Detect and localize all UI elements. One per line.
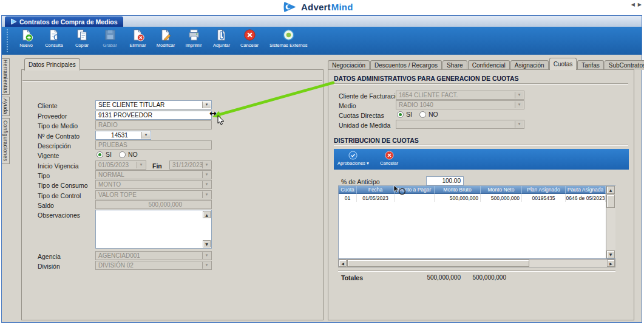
inicio-vigencia-label: Inicio Vigencia — [38, 162, 79, 170]
tab-scroll-left-icon[interactable]: ◀ — [631, 2, 635, 7]
advertmind-logo-icon — [282, 1, 298, 13]
observaciones-scroll-up-icon[interactable]: ▲ — [203, 211, 211, 218]
observaciones-scroll-down-icon[interactable]: ▼ — [203, 240, 211, 247]
contrato-combobox[interactable]: 14531 ▾ — [95, 131, 151, 140]
grid-header-row: Cuota Fecha Monto a Pagar Monto Bruto Mo… — [339, 186, 606, 194]
proveedor-value: 9131 PROVEEDOR — [98, 112, 152, 119]
panel-divider — [22, 80, 322, 81]
grid-scroll-right-button[interactable]: ▶ — [607, 260, 615, 267]
column-header-monto-bruto[interactable]: Monto Bruto — [435, 186, 481, 194]
edit-pencil-icon — [159, 28, 173, 42]
grid-scroll-down-button[interactable]: ▼ — [606, 250, 615, 258]
column-header-monto-neto[interactable]: Monto Neto — [481, 186, 522, 194]
unidad-medida-label: Unidad de Medida — [339, 122, 390, 129]
tipo-medio-input: RADIO — [95, 120, 212, 129]
tipo-medio-value: RADIO — [98, 122, 118, 128]
grid-scroll-left-button[interactable]: ◀ — [339, 260, 347, 267]
observaciones-label: Observaciones — [38, 212, 80, 219]
tab-descuentos-recargos[interactable]: Descuentos / Recargos — [370, 60, 442, 70]
tipo-control-label: Tipo de Control — [38, 192, 81, 199]
grid-scroll-up-button[interactable]: ▲ — [606, 186, 615, 194]
modificar-label: Modificar — [157, 43, 175, 48]
cancel-icon — [243, 28, 257, 42]
sidebar-tab-herramientas[interactable]: Herramientas — [2, 58, 10, 95]
vigente-si-radio[interactable] — [97, 151, 103, 158]
dist-toolbar: Aprobaciones ▾ Cancelar — [334, 149, 629, 170]
datos-principales-panel: Cliente SEE CLIENTE TITULAR ▾ Proveedor … — [21, 69, 324, 320]
column-header-plan-asignado[interactable]: Plan Asignado — [522, 186, 566, 194]
tab-share[interactable]: Share — [442, 60, 467, 70]
nuevo-label: Nuevo — [19, 43, 33, 48]
adjuntar-button[interactable]: Adjuntar — [208, 27, 236, 55]
adjuntar-label: Adjuntar — [213, 43, 230, 48]
cuotas-directas-no-radio[interactable] — [419, 111, 426, 118]
descripcion-value: PRUEBAS — [98, 142, 127, 148]
tab-subcontratos[interactable]: SubContratos — [605, 60, 644, 70]
fin-combobox: 31/12/2023 ▾ — [169, 160, 212, 170]
tab-datos-principales[interactable]: Datos Principales — [24, 58, 80, 71]
tab-tarifas[interactable]: Tarifas — [577, 60, 603, 70]
chevron-down-icon[interactable]: ▾ — [202, 102, 211, 108]
column-header-cuota[interactable]: Cuota — [339, 186, 357, 194]
sistemas-externos-button[interactable]: Sistemas Externos — [267, 27, 310, 55]
toolbar-grip — [7, 29, 10, 52]
tab-asignacion[interactable]: Asignación — [510, 60, 549, 70]
top-strip: AdvertMind ◀ ▶ — [0, 0, 644, 15]
grid-hscroll-thumb[interactable] — [347, 260, 529, 267]
dist-cancelar-button[interactable]: Cancelar — [378, 149, 401, 167]
vigente-no-radio[interactable] — [119, 151, 126, 158]
chevron-down-icon[interactable]: ▾ — [141, 132, 150, 139]
total-monto-neto: 500,000,000 — [465, 274, 506, 281]
cell-pauta-asignada: 0646 de 05/2023 — [566, 194, 606, 202]
cuotas-directas-si-radio[interactable] — [397, 111, 404, 118]
table-row[interactable]: 01 01/05/2023 500,000,000 500,000,000 00… — [339, 194, 606, 202]
cell-monto-neto: 500,000,000 — [481, 194, 522, 202]
modificar-button[interactable]: Modificar — [152, 27, 180, 55]
grid-vscroll-thumb[interactable] — [606, 195, 615, 208]
cliente-value: SEE CLIENTE TITULAR — [98, 102, 164, 108]
vigente-label: Vigente — [38, 152, 59, 159]
tipo-medio-label: Tipo de Medio — [38, 122, 78, 129]
column-header-pauta-asignada[interactable]: Pauta Asignada — [566, 186, 606, 194]
imprimir-button[interactable]: Imprimir — [180, 27, 208, 55]
eliminar-label: Eliminar — [129, 43, 146, 48]
anticipo-input[interactable]: 100.00 — [426, 176, 464, 185]
cancelar-label: Cancelar — [240, 43, 259, 48]
tab-negociacion[interactable]: Negociación — [328, 60, 370, 70]
sidebar-tab-configuraciones[interactable]: Configuraciones — [2, 118, 10, 164]
totals-divider — [338, 271, 615, 271]
nuevo-button[interactable]: Nuevo — [12, 27, 40, 55]
descripcion-label: Descripción — [38, 142, 71, 150]
cancelar-button[interactable]: Cancelar — [236, 27, 263, 55]
window-tab-icon — [10, 18, 17, 25]
column-header-fecha[interactable]: Fecha — [357, 186, 395, 194]
eliminar-button[interactable]: Eliminar — [124, 27, 152, 55]
sistemas-externos-label: Sistemas Externos — [269, 43, 308, 48]
grid-cursor-icon — [393, 185, 407, 196]
chevron-down-icon: ▾ — [202, 181, 211, 188]
agencia-value: AGENCIAD001 — [98, 252, 140, 259]
printer-icon — [187, 28, 201, 42]
copy-icon — [75, 28, 89, 42]
anticipo-value: 100.00 — [442, 178, 461, 184]
proveedor-label: Proveedor — [38, 112, 67, 120]
chevron-down-icon: ▾ — [515, 121, 523, 128]
cuotas-grid: Cuota Fecha Monto a Pagar Monto Bruto Mo… — [338, 185, 615, 259]
configuraciones-label: Configuraciones — [2, 120, 8, 161]
consulta-button[interactable]: Consulta — [40, 27, 68, 55]
tab-cuotas[interactable]: Cuotas — [549, 58, 577, 70]
tab-confidencial[interactable]: Confidencial — [468, 60, 510, 70]
agencia-combobox: AGENCIAD001 ▾ — [95, 251, 212, 260]
cliente-combobox[interactable]: SEE CLIENTE TITULAR ▾ — [95, 100, 212, 109]
division-label: División — [38, 263, 60, 270]
sidebar-tab-ayuda[interactable]: Ayuda — [2, 97, 10, 116]
vigente-si-label: SI — [106, 151, 112, 158]
observaciones-textarea[interactable]: ▲ ▼ — [95, 210, 212, 249]
proveedor-input[interactable]: 9131 PROVEEDOR — [95, 111, 212, 120]
horizontal-resize-cursor-icon: ↔ — [209, 108, 217, 118]
copiar-button[interactable]: Copiar — [68, 27, 96, 55]
mouse-pointer-icon — [217, 115, 225, 126]
aprobaciones-button[interactable]: Aprobaciones ▾ — [335, 149, 371, 167]
tab-scroll-right-icon[interactable]: ▶ — [638, 2, 642, 7]
window-title-tab[interactable]: Contratos de Compra de Medios — [5, 16, 123, 27]
